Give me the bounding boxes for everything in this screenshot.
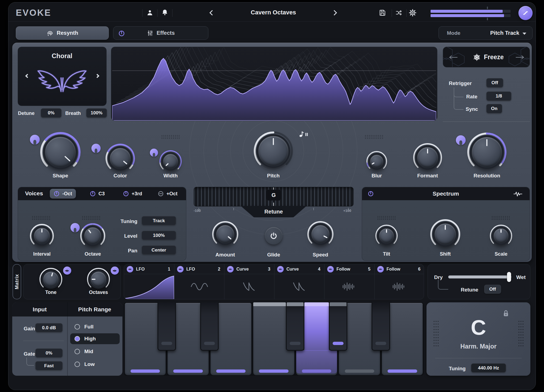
voice-slot-oct-down[interactable]: -Oct [50,189,76,199]
gear-icon[interactable] [409,9,417,17]
tone-knob[interactable] [39,268,63,291]
speed-knob[interactable] [307,221,334,247]
texture-dots [433,320,439,347]
mode-selector[interactable]: Mode Pitch Track [438,26,533,40]
blur-knob[interactable] [366,151,387,172]
amount-knob[interactable] [212,221,239,247]
mod-slot-name: Curve [236,267,249,272]
retrigger-value[interactable]: Off [486,78,503,87]
black-key-Gs[interactable] [329,302,347,351]
formant-knob[interactable] [413,143,442,172]
detune-value[interactable]: 0% [41,108,61,118]
shape-knob[interactable] [40,132,81,173]
black-key-Fs[interactable] [286,302,304,351]
freeze-button[interactable]: Freeze [443,47,530,67]
mod-slot-body[interactable] [124,274,174,299]
matrix-section-tab[interactable]: Matrix [13,264,21,299]
pitch-range-option-high[interactable]: High [70,333,120,344]
gain-value[interactable]: 0.0 dB [35,323,63,332]
black-key-As[interactable] [372,302,390,351]
tilt-knob[interactable] [375,224,398,247]
drywet-slider-track[interactable] [448,275,511,278]
radio-icon[interactable] [75,349,80,354]
keyboard[interactable] [124,302,424,376]
mix-retune-value[interactable]: Off [484,285,501,294]
pitch-range-option-mid[interactable]: Mid [70,346,120,357]
pitch-range-option-low[interactable]: Low [70,359,120,370]
radio-icon[interactable] [75,336,80,341]
detune-label: Detune [18,111,35,116]
pitch-range-option-full[interactable]: Full [70,321,120,332]
scale-knob[interactable] [490,224,512,247]
drywet-slider-handle[interactable] [507,272,511,282]
voice-power-icon[interactable] [90,191,96,197]
sync-value[interactable]: On [486,104,502,113]
mod-slot-curve-4[interactable]: Curve4 [274,264,324,299]
tab-resynth[interactable]: Resynth [16,26,109,40]
mod-slot-lfo-2[interactable]: LFO2 [174,264,224,299]
key-tuning-value[interactable]: 440.00 Hz [471,363,506,372]
tuning-value[interactable]: Track [142,216,176,225]
key-scale-name[interactable]: Harm. Major [460,343,497,350]
pitch-knob[interactable] [254,131,293,171]
user-icon[interactable] [146,9,154,17]
level-value[interactable]: 100% [142,231,176,240]
shift-knob[interactable] [430,219,460,249]
mod-slot-curve-3[interactable]: Curve3 [224,264,274,299]
breath-value[interactable]: 100% [86,108,107,118]
pan-value[interactable]: Center [142,246,176,255]
key-note[interactable]: C [471,315,486,340]
glide-toggle[interactable] [265,227,282,244]
rate-value[interactable]: 1/8 [486,92,511,101]
gate-value[interactable]: 0% [35,349,63,357]
voice-slot-3rd-up[interactable]: +3rd [119,189,146,199]
voice-disabled-icon[interactable] [158,191,164,197]
bell-icon[interactable] [161,9,169,16]
tab-effects[interactable]: Effects [113,26,208,40]
lock-icon[interactable] [503,310,509,317]
resolution-knob[interactable] [467,132,507,172]
retrigger-sync-link [454,87,463,110]
voice-power-icon[interactable] [123,191,129,197]
retune-note-readout: G [266,190,281,200]
breath-label: Breath [65,111,81,116]
divider [157,9,157,17]
width-knob[interactable] [159,150,182,173]
mod-slot-follow-6[interactable]: Follow6 [374,264,424,299]
key-scale-indicator [131,369,160,373]
gate-speed-value[interactable]: Fast [35,361,63,370]
effects-power-icon[interactable] [118,30,125,37]
saturation-curve-button[interactable] [518,6,533,20]
key-scale-indicator [333,342,344,345]
pressed-key-glow-lower [296,350,337,374]
spectrum-visualization [111,47,437,121]
octaves-knob[interactable] [87,268,110,291]
mod-slot-body[interactable] [174,274,224,299]
mod-slot-follow-5[interactable]: Follow5 [324,264,374,299]
ramp-curve-icon [124,274,174,299]
voice-slot-c3[interactable]: C3 [86,189,109,199]
voice-power-icon[interactable] [54,191,60,197]
tab-resynth-label: Resynth [57,30,78,36]
color-knob[interactable] [105,143,135,173]
black-key-Cs[interactable] [157,302,176,351]
divider [435,358,522,358]
mod-slot-body[interactable] [375,274,424,299]
mod-slot-lfo-1[interactable]: LFO1 [124,264,174,299]
octave-knob[interactable] [80,223,106,249]
preset-title[interactable]: Cavern Octaves [234,9,313,16]
mod-slot-body[interactable] [324,274,374,299]
freeze-right-arrow[interactable] [515,55,525,60]
interval-knob[interactable] [30,224,54,248]
save-icon[interactable] [379,9,386,17]
spectrum-power-icon[interactable] [368,191,374,197]
shuffle-icon[interactable] [395,9,403,17]
radio-icon[interactable] [75,362,80,367]
freeze-left-arrow[interactable] [449,55,458,60]
mod-slot-body[interactable] [224,274,274,299]
mod-slot-body[interactable] [274,274,324,299]
radio-icon[interactable] [75,324,80,330]
voice-slot-oct-up[interactable]: +Oct [154,189,181,199]
s-curve-icon [522,10,529,17]
black-key-Ds[interactable] [200,302,219,351]
